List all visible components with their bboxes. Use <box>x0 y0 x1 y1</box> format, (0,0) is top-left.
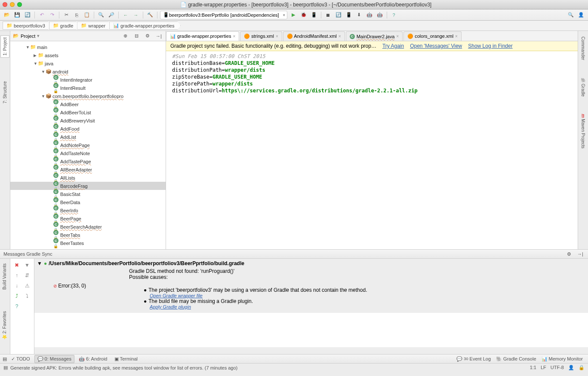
android-tab[interactable]: 🤖 6: Android <box>76 355 110 363</box>
show-log-link[interactable]: Show Log in Finder <box>468 43 512 49</box>
tree-row[interactable]: C 🔒BeerSearchAdapter <box>10 223 166 231</box>
forward-icon[interactable]: → <box>132 11 140 19</box>
tree-row[interactable]: C 🔒AddFood <box>10 125 166 133</box>
tree-row[interactable]: C 🔒IntentIntegrator <box>10 76 166 84</box>
event-log-tab[interactable]: 💬30 Event Log <box>454 355 493 363</box>
editor-tab[interactable]: C MainDrawer2.java × <box>346 31 403 41</box>
gear-icon[interactable]: ⚙ <box>565 250 573 258</box>
editor-tab[interactable]: 🟠 AndroidManifest.xml × <box>283 31 345 41</box>
tree-row[interactable]: C 🔒BeerTabs <box>10 231 166 239</box>
close-tab-icon[interactable]: × <box>276 34 278 39</box>
messages-tab[interactable]: 💬 0: Messages <box>34 355 74 363</box>
help-icon[interactable]: ? <box>390 11 398 19</box>
terminal-tab[interactable]: ▣ Terminal <box>112 355 141 363</box>
inspect-icon[interactable]: 👤 <box>568 365 574 370</box>
search-everywhere-icon[interactable]: 🔍 <box>566 11 575 19</box>
dropdown-icon[interactable]: ▾ <box>37 33 40 39</box>
close-icon[interactable]: ✖ <box>13 261 21 269</box>
redo-icon[interactable]: ↷ <box>48 11 56 19</box>
android-icon[interactable]: 🤖 <box>376 11 384 19</box>
replace-icon[interactable]: 🔎 <box>107 11 116 19</box>
editor-content[interactable]: #Sun Feb 15 00:57:00 ChST 2015 distribut… <box>166 51 578 249</box>
copy-icon[interactable]: ⎘ <box>72 11 81 19</box>
commander-tab[interactable]: Commander <box>579 34 588 62</box>
run-icon[interactable]: ▶ <box>289 11 298 19</box>
gradle-console-tab[interactable]: 🐘 Gradle Console <box>493 355 539 363</box>
structure-tab[interactable]: 7: Structure <box>0 79 9 106</box>
debug-icon[interactable]: 🐞 <box>299 11 308 19</box>
gradle-tab[interactable]: 🐘 Gradle <box>579 75 588 99</box>
messages-file-path[interactable]: ▼●/Users/Mike/Documents/beerPortfolio/be… <box>34 260 588 267</box>
tree-row[interactable]: C 🔒AddBreweryVisit <box>10 116 166 125</box>
project-tab[interactable]: 1: Project <box>0 35 9 58</box>
close-tab-icon[interactable]: × <box>455 34 458 39</box>
find-icon[interactable]: 🔍 <box>97 11 105 19</box>
sync-icon[interactable]: 🔄 <box>23 11 32 19</box>
tree-row[interactable]: C 🔒BeerData <box>10 198 166 206</box>
build-variants-tab[interactable]: Build Variants <box>0 261 9 292</box>
undo-icon[interactable]: ↶ <box>37 11 46 19</box>
import-icon[interactable]: ⤵ <box>23 292 31 300</box>
settings-icon[interactable]: ⚙ <box>143 32 152 40</box>
tree-row[interactable]: C 🔒AddList <box>10 133 166 141</box>
export-icon[interactable]: ⤴ <box>13 292 21 300</box>
tree-row[interactable]: ▼📁main <box>10 43 166 51</box>
close-tab-icon[interactable]: × <box>233 34 235 39</box>
messages-content[interactable]: ▼●/Users/Mike/Documents/beerPortfolio/be… <box>34 259 588 354</box>
tree-row[interactable]: C 🔒BeerInfo <box>10 206 166 214</box>
apply-plugin-link[interactable]: Apply Gradle plugin <box>150 304 191 309</box>
build-icon[interactable]: 🔨 <box>146 11 154 19</box>
collapse-icon[interactable]: ⊟ <box>132 32 141 40</box>
tree-row[interactable]: C 🔒AllLists <box>10 174 166 182</box>
open-icon[interactable]: 📂 <box>3 11 11 19</box>
editor-tab[interactable]: 🟠 colors_orange.xml × <box>403 31 462 41</box>
tool-window-icon[interactable]: ▤ <box>3 356 7 362</box>
breadcrumb-item[interactable]: 📊gradle-wrapper.properties <box>109 21 181 30</box>
project-tree[interactable]: ▼📁main▶📁assets▼📁java▼📦androidC 🔒IntentIn… <box>10 41 166 249</box>
tree-row[interactable]: C 🔒AddTasteNote <box>10 149 166 157</box>
tree-row[interactable]: C 🔒AddTastePage <box>10 157 166 165</box>
run-config-combo[interactable]: 📱 beerportfoliov3:BeerPprtfolio [android… <box>160 11 287 19</box>
attach-icon[interactable]: 📱 <box>310 11 318 19</box>
tree-row[interactable]: C 🔒BarcodeFrag <box>10 182 166 190</box>
down2-icon[interactable]: ↓ <box>13 282 21 290</box>
todo-tab[interactable]: ✓ TODO <box>9 355 33 363</box>
tree-row[interactable]: ▼📁java <box>10 59 166 67</box>
editor-tab[interactable]: 📊 gradle-wrapper.properties × <box>166 31 239 41</box>
help2-icon[interactable]: ? <box>13 303 21 310</box>
tree-row[interactable]: C 🔒AddBeer <box>10 100 166 108</box>
ddms-icon[interactable]: 🤖 <box>365 11 374 19</box>
breadcrumb-item[interactable]: 📁gradle <box>49 21 80 30</box>
zoom-window-button[interactable] <box>17 2 22 7</box>
tree-row[interactable]: C 🔒AllBeerAdapter <box>10 165 166 174</box>
file-encoding[interactable]: UTF-8 <box>551 365 564 370</box>
tree-row[interactable]: C 🔒AddBeerToList <box>10 108 166 116</box>
paste-icon[interactable]: 📋 <box>83 11 91 19</box>
warn-icon[interactable]: ⚠ <box>23 282 31 290</box>
filter-icon[interactable]: ⇵ <box>23 272 31 279</box>
hide-icon[interactable]: →| <box>576 250 585 258</box>
favorites-tab[interactable]: ⭐ 2: Favorites <box>0 309 9 342</box>
up-icon[interactable]: ↑ <box>13 272 21 279</box>
down-icon[interactable]: ▼ <box>23 261 31 269</box>
close-window-button[interactable] <box>3 2 7 7</box>
tree-row[interactable]: C 🔒AddNotePage <box>10 141 166 149</box>
try-again-link[interactable]: Try Again <box>382 43 404 49</box>
tree-row[interactable]: C 🔒BeerTastes <box>10 239 166 247</box>
lock-icon[interactable]: 🔒 <box>579 365 585 370</box>
avd-icon[interactable]: 📱 <box>345 11 353 19</box>
cursor-position[interactable]: 1:1 <box>530 365 536 370</box>
close-tab-icon[interactable]: × <box>396 34 399 39</box>
breadcrumb-item[interactable]: 📁beerportfoliov3 <box>3 21 52 30</box>
tree-row[interactable]: C 🔒BeerPage <box>10 214 166 223</box>
tree-row[interactable]: ▶📁assets <box>10 51 166 59</box>
status-icon[interactable]: ▤ <box>3 365 8 370</box>
save-icon[interactable]: 💾 <box>13 11 22 19</box>
hide-icon[interactable]: →| <box>154 32 163 40</box>
close-tab-icon[interactable]: × <box>339 34 341 39</box>
memory-monitor-tab[interactable]: 📊 Memory Monitor <box>539 355 585 363</box>
scroll-to-icon[interactable]: ⊕ <box>121 32 129 40</box>
sync-gradle-icon[interactable]: 🔃 <box>334 11 343 19</box>
breadcrumb-item[interactable]: 📁wrapper <box>77 21 112 30</box>
tree-row[interactable]: ▼📦android <box>10 67 166 76</box>
